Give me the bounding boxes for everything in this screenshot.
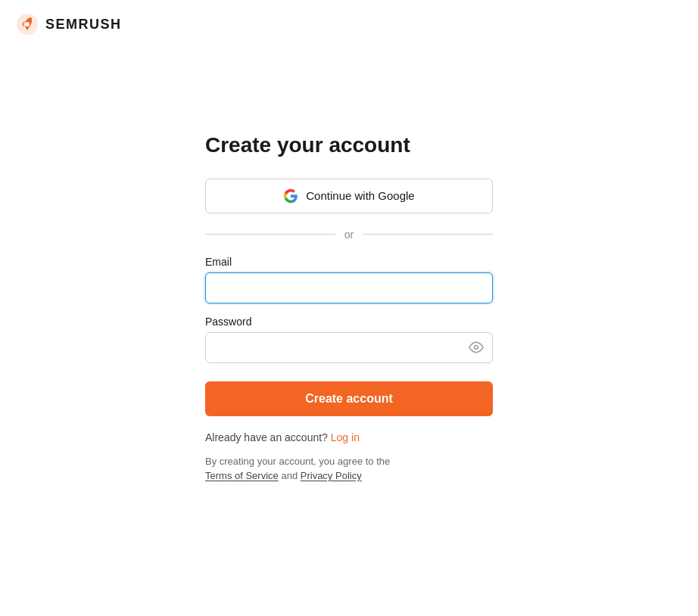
divider: or [205, 229, 493, 241]
logo-text: SEMRUSH [45, 17, 122, 33]
create-btn-label: Create account [305, 392, 393, 405]
password-label: Password [205, 316, 493, 328]
svg-point-2 [475, 346, 478, 350]
terms-text: By creating your account, you agree to t… [205, 454, 493, 484]
login-prompt: Already have an account? Log in [205, 431, 493, 443]
header: SEMRUSH [15, 12, 122, 36]
email-input-wrapper [205, 272, 493, 303]
login-link[interactable]: Log in [331, 431, 360, 443]
password-toggle-icon[interactable] [469, 340, 484, 355]
password-input-wrapper [205, 332, 493, 363]
create-account-button[interactable]: Create account [205, 381, 493, 416]
main-container: Create your account Continue with Google… [0, 0, 698, 616]
password-input[interactable] [205, 332, 493, 363]
email-label: Email [205, 256, 493, 268]
google-btn-label: Continue with Google [306, 189, 414, 202]
terms-conjunction: and [281, 470, 300, 481]
form-title: Create your account [205, 133, 493, 157]
terms-of-service-link[interactable]: Terms of Service [205, 470, 279, 481]
email-field-group: Email [205, 256, 493, 303]
login-prompt-text: Already have an account? [205, 431, 328, 443]
semrush-logo-icon [15, 12, 39, 36]
google-g-icon [283, 188, 298, 204]
svg-point-1 [25, 22, 30, 26]
password-field-group: Password [205, 316, 493, 363]
email-input[interactable] [205, 272, 493, 303]
terms-prefix: By creating your account, you agree to t… [205, 456, 390, 467]
privacy-policy-link[interactable]: Privacy Policy [301, 470, 362, 481]
divider-line-left [205, 234, 335, 235]
divider-text: or [344, 229, 354, 241]
divider-line-right [363, 234, 493, 235]
form-card: Create your account Continue with Google… [205, 133, 493, 484]
google-signin-button[interactable]: Continue with Google [205, 179, 493, 213]
